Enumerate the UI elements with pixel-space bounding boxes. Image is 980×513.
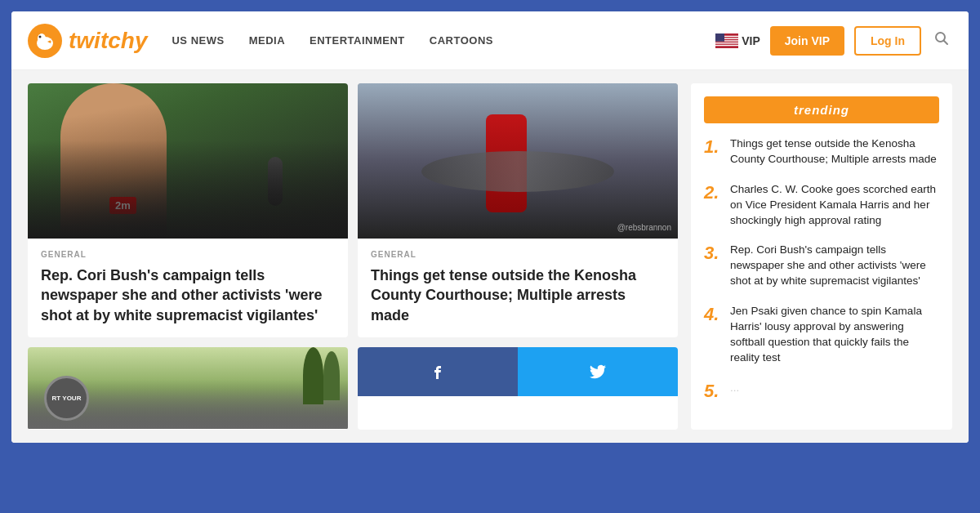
logo-text: twitchy [69, 28, 147, 54]
trending-number-3: 3. [704, 243, 720, 264]
trending-item-4: 4. Jen Psaki given chance to spin Kamala… [704, 304, 939, 366]
header: twitchy US NEWS MEDIA ENTERTAINMENT CART… [11, 11, 969, 70]
nav-us-news[interactable]: US NEWS [172, 34, 224, 47]
articles-area: 2m GENERAL Rep. Cori Bush's campaign tel… [28, 83, 678, 430]
trending-text-3[interactable]: Rep. Cori Bush's campaign tells newspape… [730, 243, 939, 289]
svg-rect-9 [715, 44, 738, 45]
vip-label: VIP [742, 34, 760, 47]
svg-point-2 [38, 33, 46, 43]
facebook-share-button[interactable] [358, 347, 518, 396]
vip-badge[interactable]: VIP [715, 33, 760, 48]
article-1-title[interactable]: Rep. Cori Bush's campaign tells newspape… [41, 265, 335, 325]
trending-text-1[interactable]: Things get tense outside the Kenosha Cou… [730, 136, 939, 167]
article-1-category: GENERAL [41, 250, 335, 259]
sidebar: trending 1. Things get tense outside the… [691, 83, 952, 430]
svg-point-3 [39, 35, 42, 38]
trending-header: trending [704, 96, 939, 123]
trending-item-1: 1. Things get tense outside the Kenosha … [704, 136, 939, 167]
svg-rect-10 [715, 33, 724, 42]
nav-cartoons[interactable]: CARTOONS [430, 34, 493, 47]
photo-credit: @rebsbrannon [617, 223, 671, 232]
main-content: 2m GENERAL Rep. Cori Bush's campaign tel… [11, 70, 969, 443]
search-icon [934, 31, 949, 46]
social-share-card [358, 347, 678, 430]
trending-item-3: 3. Rep. Cori Bush's campaign tells newsp… [704, 243, 939, 289]
social-buttons [358, 347, 678, 396]
header-right: VIP Join VIP Log In [715, 26, 952, 56]
nav-media[interactable]: MEDIA [249, 34, 285, 47]
twitter-icon [588, 362, 608, 381]
trending-text-2[interactable]: Charles C. W. Cooke goes scorched earth … [730, 182, 939, 229]
article-card-1[interactable]: 2m GENERAL Rep. Cori Bush's campaign tel… [28, 83, 348, 337]
trending-number-5: 5. [704, 381, 720, 402]
main-nav: US NEWS MEDIA ENTERTAINMENT CARTOONS [172, 34, 715, 47]
twitter-share-button[interactable] [518, 347, 678, 396]
search-button[interactable] [931, 28, 952, 53]
trending-text-4[interactable]: Jen Psaki given chance to spin Kamala Ha… [730, 304, 939, 366]
trending-text-5[interactable]: ... [730, 381, 739, 396]
join-vip-button[interactable]: Join VIP [770, 26, 844, 56]
logo-link[interactable]: twitchy [28, 24, 147, 58]
trending-number-1: 1. [704, 136, 720, 158]
logo-bird-icon [28, 24, 62, 58]
trending-number-2: 2. [704, 182, 720, 203]
facebook-icon [428, 362, 448, 381]
us-flag-icon [715, 33, 738, 48]
article-2-title[interactable]: Things get tense outside the Kenosha Cou… [371, 265, 665, 325]
article-3-image: RT YOUR [28, 347, 348, 429]
article-card-2[interactable]: @rebsbrannon GENERAL Things get tense ou… [358, 83, 678, 337]
article-2-category: GENERAL [371, 250, 665, 259]
article-2-body: GENERAL Things get tense outside the Ken… [358, 239, 678, 337]
article-1-image: 2m [28, 83, 348, 239]
login-button[interactable]: Log In [854, 26, 921, 56]
svg-rect-8 [715, 42, 738, 43]
trending-item-2: 2. Charles C. W. Cooke goes scorched ear… [704, 182, 939, 229]
trending-box: trending 1. Things get tense outside the… [691, 83, 952, 430]
trending-item-5: 5. ... [704, 381, 939, 402]
nav-entertainment[interactable]: ENTERTAINMENT [310, 34, 405, 47]
article-2-image: @rebsbrannon [358, 83, 678, 239]
article-card-3[interactable]: RT YOUR [28, 347, 348, 430]
article-1-body: GENERAL Rep. Cori Bush's campaign tells … [28, 239, 348, 337]
svg-line-12 [944, 41, 948, 45]
trending-number-4: 4. [704, 304, 720, 325]
page-wrapper: twitchy US NEWS MEDIA ENTERTAINMENT CART… [11, 11, 969, 443]
